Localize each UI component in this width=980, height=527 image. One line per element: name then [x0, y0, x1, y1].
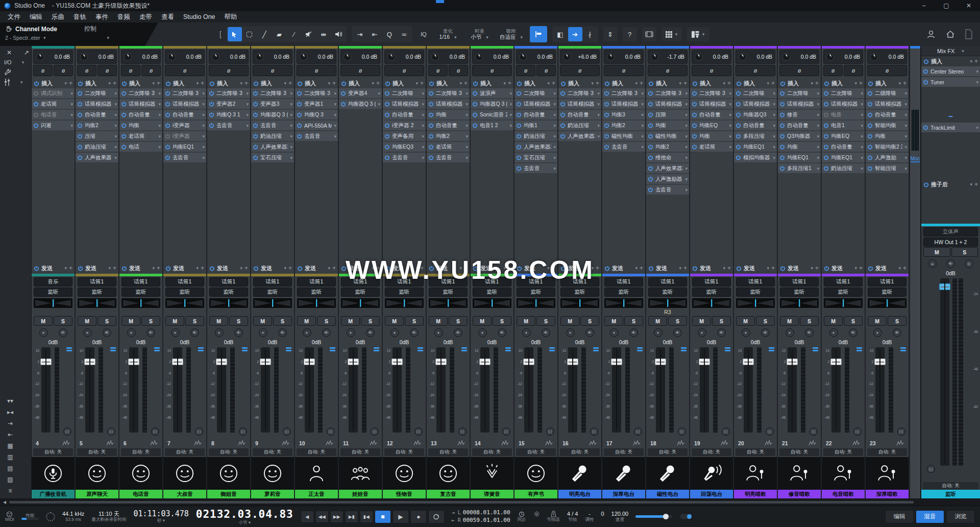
cue-monitor-button[interactable]: 监听	[253, 288, 292, 297]
pan-slider[interactable]	[604, 298, 643, 308]
record-arm-button[interactable]: ●	[698, 328, 706, 337]
add-send-button[interactable]: +	[727, 265, 731, 272]
sync-toggle[interactable]: 同步	[518, 511, 526, 522]
automation-icon[interactable]	[501, 439, 509, 448]
monitor-volume-slider[interactable]	[635, 515, 672, 518]
chevron-down-icon[interactable]: ▾	[43, 35, 46, 40]
timebase-select[interactable]: 时基 小节 ▾	[467, 26, 493, 42]
channel-strip-options[interactable]: ▾	[4, 79, 23, 86]
insert-slot[interactable]: 多段压缩▾	[734, 131, 777, 141]
pan-slider[interactable]	[253, 298, 292, 308]
input-source-button[interactable]: 话筒1	[385, 277, 424, 286]
input-source-button[interactable]: 话筒1	[824, 277, 863, 286]
monitor-toggle[interactable]	[679, 513, 693, 520]
mute-button[interactable]: M	[473, 316, 492, 326]
insert-slot[interactable]: 二级降噪▾	[866, 88, 909, 98]
mute-button[interactable]: M	[923, 247, 950, 257]
fader-handle[interactable]	[743, 358, 754, 365]
channel-name[interactable]: 电音唱歌	[822, 490, 865, 498]
record-arm-button[interactable]: ●	[303, 328, 311, 337]
mono-toggle-button[interactable]: |||	[63, 427, 71, 436]
menu-item-音频[interactable]: 音频	[113, 13, 135, 21]
mono-toggle-button[interactable]: |||	[502, 427, 510, 436]
fader-handle[interactable]	[128, 358, 139, 365]
automation-mode[interactable]: 自动: 关	[604, 448, 644, 456]
input-gain-control[interactable]: 0.0 dB	[428, 50, 468, 64]
record-arm-button[interactable]: ●	[39, 328, 48, 337]
input-gain-control[interactable]: 0.0 dB	[516, 50, 556, 64]
insert-slot[interactable]: 电话音▾	[32, 110, 75, 119]
insert-slot[interactable]: 维他命▾	[646, 153, 689, 162]
add-send-button[interactable]: +	[69, 265, 72, 272]
rail-tool-icon-1[interactable]: ▸◂	[5, 409, 15, 416]
gain-knob[interactable]	[431, 53, 439, 61]
pan-slider[interactable]	[165, 298, 204, 308]
monitor-button[interactable]	[103, 328, 111, 337]
insert-slot[interactable]: TrackLimit▾	[921, 123, 980, 132]
cue-monitor-button[interactable]: 监听	[78, 288, 116, 297]
solo-button[interactable]: S	[712, 316, 731, 326]
help-button[interactable]: ?	[623, 27, 637, 41]
channel-icon[interactable]	[866, 457, 909, 490]
insert-slot[interactable]: 均衡EQ▾	[822, 131, 865, 141]
monitor-button[interactable]	[893, 328, 901, 337]
mute-button[interactable]: M	[385, 316, 404, 326]
prev-marker-button[interactable]: ▮◀	[360, 511, 373, 523]
channel-mode-value[interactable]: 2 - Spectr..eter	[5, 35, 40, 41]
fader-handle[interactable]	[84, 358, 95, 365]
automation-mode[interactable]: 自动: 关	[560, 448, 600, 456]
insert-slot[interactable]: 二次降噪▾	[383, 88, 426, 98]
mute-button[interactable]: M	[121, 316, 140, 326]
insert-slot[interactable]: 二次降噪▾	[76, 88, 118, 98]
insert-slot[interactable]: 去齿音▾	[207, 121, 250, 130]
insert-slot[interactable]: 二次降噪▾	[822, 88, 865, 98]
record-arm-button[interactable]: ●	[566, 328, 575, 337]
insert-slot[interactable]: 均衡EQ1▾	[163, 142, 206, 152]
insert-slot[interactable]: 话筒模拟器▾	[119, 99, 162, 109]
mono-toggle-button[interactable]: |||	[810, 427, 818, 436]
sends-header[interactable]: 发送▾+	[734, 263, 777, 273]
insert-slot[interactable]: Tuner▾	[921, 77, 980, 87]
automation-icon[interactable]	[194, 439, 202, 448]
video-button[interactable]	[642, 27, 656, 41]
gain-knob[interactable]	[300, 53, 307, 61]
add-insert-button[interactable]: +	[288, 80, 292, 87]
detach-mixer-icon[interactable]: ↗	[21, 49, 32, 56]
add-send-button[interactable]: +	[288, 265, 292, 272]
insert-slot[interactable]: i变声器▾	[163, 121, 206, 130]
input-source-button[interactable]: 话筒1	[121, 277, 160, 286]
gain-knob[interactable]	[168, 53, 176, 61]
automation-icon[interactable]	[370, 439, 378, 448]
phase-invert-button[interactable]: ø	[165, 65, 205, 76]
cue-monitor-button[interactable]: 监听	[517, 288, 555, 297]
sends-header[interactable]: 发送▾+	[514, 263, 557, 273]
fader-track[interactable]	[940, 278, 949, 466]
input-gain-control[interactable]: 0.0 dB	[253, 50, 292, 64]
insert-slot[interactable]: 变声备用▾	[383, 131, 426, 141]
insert-slot[interactable]: 宝石压缩▾	[251, 153, 294, 162]
sends-header[interactable]: 发送▾+	[602, 263, 645, 273]
automation-icon[interactable]	[282, 439, 290, 448]
automation-icon[interactable]	[896, 439, 904, 448]
channel-name[interactable]: 电话音	[119, 490, 162, 498]
mono-toggle-button[interactable]: |||	[414, 427, 423, 436]
channel-name[interactable]: 萝莉音	[251, 490, 294, 498]
input-gain-control[interactable]: 0.0 dB	[121, 50, 161, 64]
mono-toggle-button[interactable]: |||	[766, 427, 774, 436]
insert-slot[interactable]: 均衡▾	[427, 110, 470, 119]
menu-item-事件[interactable]: 事件	[91, 13, 113, 21]
split-tool-button[interactable]: ╱	[257, 27, 272, 41]
insert-slot[interactable]: 去齿音▾	[602, 142, 645, 152]
automation-mode[interactable]: 自动: 关	[779, 448, 819, 456]
fader-track[interactable]	[261, 347, 270, 433]
add-send-button[interactable]: +	[683, 265, 687, 272]
sends-header[interactable]: 发送▾+	[558, 263, 601, 273]
pan-slider[interactable]	[385, 298, 424, 308]
bend-marker-button[interactable]: ⇥	[353, 27, 367, 41]
partial-strip-label[interactable]: Moc	[911, 156, 920, 162]
paint-tool-button[interactable]: ∕	[287, 27, 301, 41]
mono-toggle-button[interactable]: |||	[678, 427, 686, 436]
input-source-button[interactable]: 话筒1	[736, 277, 775, 286]
record-arm-button[interactable]: ●	[478, 328, 487, 337]
rail-tool-icon-0[interactable]: ▾▾	[5, 397, 15, 404]
